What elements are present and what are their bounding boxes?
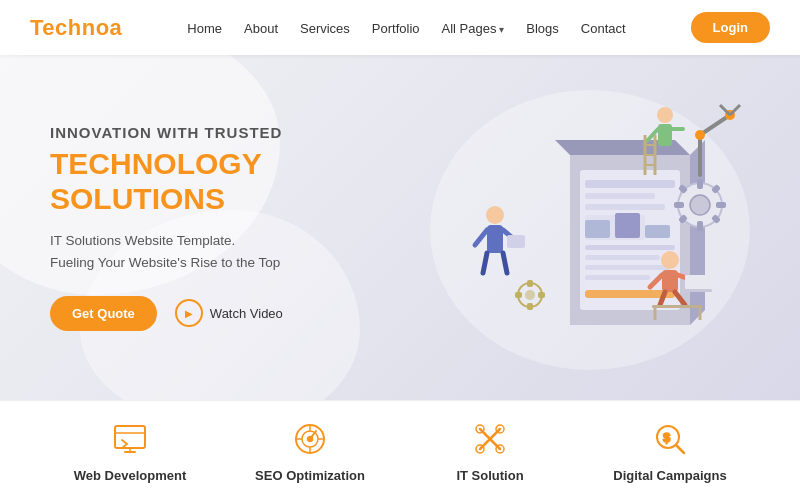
svg-point-48 — [657, 107, 673, 123]
hero-buttons: Get Quote ▶ Watch Video — [50, 296, 410, 331]
svg-rect-10 — [585, 255, 660, 260]
navbar: Technoa Home About Services Portfolio Al… — [0, 0, 800, 55]
hero-illustration — [390, 65, 770, 395]
svg-rect-11 — [585, 265, 670, 270]
nav-links: Home About Services Portfolio All Pages … — [187, 19, 625, 37]
play-icon: ▶ — [175, 299, 203, 327]
svg-rect-7 — [585, 204, 665, 210]
login-button[interactable]: Login — [691, 12, 770, 43]
svg-rect-19 — [716, 202, 726, 208]
brand-logo[interactable]: Technoa — [30, 15, 122, 41]
watch-video-label: Watch Video — [210, 306, 283, 321]
it-icon — [469, 418, 511, 460]
svg-rect-42 — [680, 289, 712, 292]
nav-portfolio[interactable]: Portfolio — [372, 21, 420, 36]
svg-rect-6 — [585, 193, 655, 199]
svg-rect-62 — [538, 292, 545, 298]
svg-rect-18 — [674, 202, 684, 208]
hero-content: INNOVATION WITH TRUSTED TECHNOLOGY SOLUT… — [50, 124, 410, 330]
svg-line-25 — [700, 115, 730, 135]
svg-rect-34 — [507, 235, 525, 248]
svg-rect-12 — [585, 275, 650, 280]
iso-svg — [390, 65, 770, 395]
service-digital-label: Digital Campaigns — [613, 468, 726, 483]
svg-point-78 — [308, 437, 313, 442]
hero-title: TECHNOLOGY SOLUTIONS — [50, 147, 410, 216]
svg-rect-66 — [115, 426, 145, 448]
svg-rect-59 — [527, 280, 533, 287]
nav-all-pages[interactable]: All Pages — [442, 21, 505, 36]
seo-icon — [289, 418, 331, 460]
service-it-label: IT Solution — [456, 468, 523, 483]
svg-rect-63 — [585, 220, 610, 238]
nav-home[interactable]: Home — [187, 21, 222, 36]
digital-icon: $ — [649, 418, 691, 460]
watch-video-button[interactable]: ▶ Watch Video — [175, 299, 283, 327]
svg-rect-64 — [615, 213, 640, 238]
nav-contact[interactable]: Contact — [581, 21, 626, 36]
svg-line-87 — [676, 445, 684, 453]
svg-rect-17 — [697, 221, 703, 231]
svg-point-30 — [486, 206, 504, 224]
svg-rect-38 — [662, 270, 678, 292]
hero-description: IT Solutions Website Template. Fueling Y… — [50, 230, 410, 273]
svg-rect-60 — [527, 303, 533, 310]
svg-rect-41 — [685, 275, 707, 289]
get-quote-button[interactable]: Get Quote — [50, 296, 157, 331]
service-web-dev-label: Web Development — [74, 468, 186, 483]
hero-subtitle: INNOVATION WITH TRUSTED — [50, 124, 410, 141]
services-section: Web Development SEO Optimization — [0, 400, 800, 500]
svg-point-26 — [695, 130, 705, 140]
service-it: IT Solution — [415, 418, 565, 483]
svg-rect-9 — [585, 245, 675, 250]
svg-point-58 — [525, 290, 535, 300]
svg-point-37 — [661, 251, 679, 269]
nav-about[interactable]: About — [244, 21, 278, 36]
service-seo: SEO Optimization — [235, 418, 385, 483]
nav-blogs[interactable]: Blogs — [526, 21, 559, 36]
hero-section: INNOVATION WITH TRUSTED TECHNOLOGY SOLUT… — [0, 55, 800, 400]
web-dev-icon — [109, 418, 151, 460]
svg-rect-5 — [585, 180, 675, 188]
svg-rect-31 — [487, 225, 503, 253]
svg-rect-45 — [652, 305, 702, 308]
svg-rect-65 — [645, 225, 670, 238]
svg-line-29 — [730, 105, 740, 115]
svg-text:$: $ — [663, 430, 671, 445]
service-web-dev: Web Development — [55, 418, 205, 483]
svg-rect-16 — [697, 179, 703, 189]
svg-rect-61 — [515, 292, 522, 298]
nav-services[interactable]: Services — [300, 21, 350, 36]
service-digital: $ Digital Campaigns — [595, 418, 745, 483]
svg-line-28 — [720, 105, 730, 115]
svg-marker-3 — [690, 140, 705, 325]
svg-point-15 — [690, 195, 710, 215]
service-seo-label: SEO Optimization — [255, 468, 365, 483]
svg-rect-49 — [658, 124, 672, 146]
